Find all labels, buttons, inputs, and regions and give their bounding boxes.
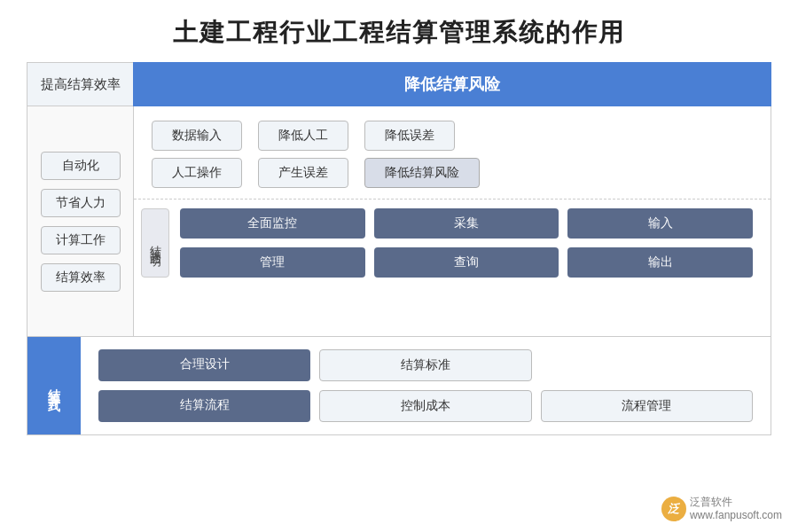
- tag-reasonable-design: 合理设计: [98, 349, 310, 381]
- tag-settlement-standard: 结算标准: [319, 349, 531, 381]
- tag-query: 查询: [374, 247, 559, 278]
- tag-input: 输入: [567, 208, 753, 239]
- transparency-grid: 全面监控 采集 输入 管理 查询 输出: [180, 208, 753, 278]
- tag-process-management: 流程管理: [541, 390, 753, 422]
- tag-produce-error: 产生误差: [258, 158, 348, 188]
- sidebar-tag-efficiency: 结算效率: [41, 263, 121, 292]
- watermark: 泛 泛普软件 www.fanpusoft.com: [661, 496, 782, 523]
- tag-data-input: 数据输入: [152, 121, 242, 151]
- page-title: 土建工程行业工程结算管理系统的作用: [0, 0, 798, 62]
- top-row-2: 人工操作 产生误差 降低结算风险: [152, 158, 753, 188]
- right-content: 数据输入 降低人工 降低误差 人工操作 产生误差 降低结算风险 结算透明 全面监…: [134, 106, 771, 336]
- tag-manual-op: 人工操作: [152, 158, 242, 188]
- left-sidebar: 自动化 节省人力 计算工作 结算效率: [27, 106, 134, 336]
- watermark-icon: 泛: [661, 497, 686, 521]
- top-row-1: 数据输入 降低人工 降低误差: [152, 121, 753, 151]
- tag-manage: 管理: [180, 247, 365, 278]
- transparency-label: 结算透明: [141, 208, 169, 278]
- header-right-label: 降低结算风险: [133, 62, 771, 106]
- tag-settlement-process: 结算流程: [98, 390, 310, 422]
- tag-reduce-settlement-risk: 降低结算风险: [364, 158, 480, 188]
- tag-control-cost: 控制成本: [319, 390, 531, 422]
- settlement-method-label: 结算方式: [27, 337, 81, 434]
- content-row: 自动化 节省人力 计算工作 结算效率 数据输入 降低人工 降低误差 人工操作 产…: [27, 106, 771, 337]
- tag-reduce-labor: 降低人工: [258, 121, 348, 151]
- settlement-method-grid: 合理设计 结算标准 结算流程 控制成本 流程管理: [81, 337, 771, 434]
- sidebar-tag-calculation: 计算工作: [41, 226, 121, 254]
- tag-full-monitor: 全面监控: [180, 208, 365, 239]
- tag-output: 输出: [567, 247, 753, 278]
- placeholder-1: [541, 349, 753, 381]
- transparency-section: 结算透明 全面监控 采集 输入 管理 查询 输出: [134, 200, 771, 290]
- tag-reduce-error: 降低误差: [364, 121, 455, 151]
- main-container: 提高结算效率 降低结算风险 自动化 节省人力 计算工作 结算效率 数据输入 降低…: [0, 62, 798, 444]
- tag-collect: 采集: [374, 208, 559, 239]
- top-section: 数据输入 降低人工 降低误差 人工操作 产生误差 降低结算风险: [134, 106, 771, 200]
- sidebar-tag-automation: 自动化: [41, 152, 121, 180]
- watermark-text: 泛普软件 www.fanpusoft.com: [690, 496, 782, 523]
- bottom-area: 结算方式 合理设计 结算标准 结算流程 控制成本 流程管理: [27, 337, 771, 435]
- header-row: 提高结算效率 降低结算风险: [27, 62, 771, 106]
- sidebar-tag-manpower: 节省人力: [41, 189, 121, 217]
- header-left-label: 提高结算效率: [27, 62, 133, 106]
